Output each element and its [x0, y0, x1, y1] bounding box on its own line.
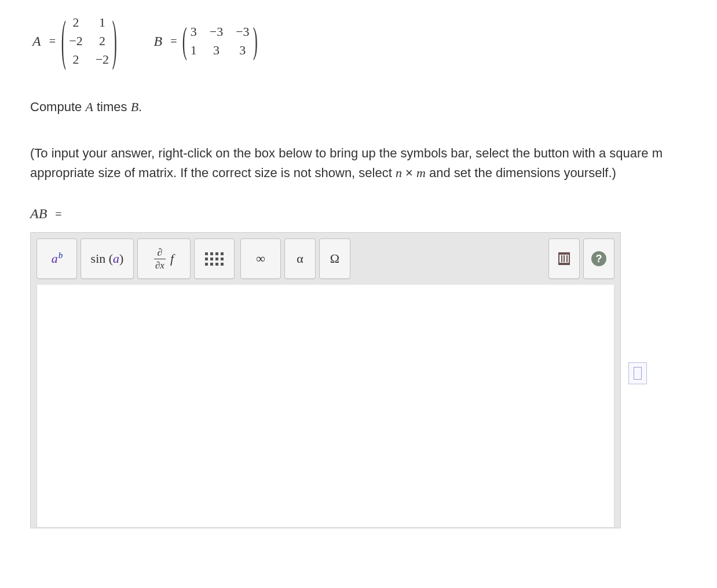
- answer-label: AB=: [30, 206, 717, 222]
- matrix-cell: 2: [69, 15, 82, 30]
- input-instructions: (To input your answer, right-click on th…: [30, 144, 717, 183]
- matrix-cell: 3: [236, 43, 249, 58]
- left-paren-icon: (: [182, 19, 187, 63]
- instructions-text: appropriate size of matrix. If the corre…: [30, 166, 396, 180]
- question-prompt: Compute A times B.: [30, 100, 717, 115]
- matrix-cell: −3: [210, 24, 223, 39]
- exponent-button[interactable]: ab: [36, 238, 77, 279]
- omega-icon: Ω: [330, 251, 339, 266]
- equals-sign: =: [43, 35, 61, 48]
- right-paren-icon: ): [112, 9, 117, 74]
- alpha-icon: α: [297, 251, 303, 266]
- equals-sign: =: [164, 35, 182, 48]
- equals-sign: =: [47, 208, 61, 220]
- greek-lower-button[interactable]: α: [284, 238, 316, 279]
- exponent-icon: ab: [52, 251, 63, 266]
- derivative-icon: ∂ ∂x f: [154, 247, 174, 270]
- editor-toolbar: ab sin (a) ∂ ∂x: [36, 238, 614, 279]
- matrix-cell: −2: [96, 52, 109, 67]
- help-button[interactable]: ?: [583, 238, 614, 279]
- instructions-var-m: m: [416, 166, 426, 180]
- matrix-cell: 1: [96, 15, 109, 30]
- answer-input[interactable]: [36, 285, 614, 528]
- instructions-text: (To input your answer, right-click on th…: [30, 146, 663, 160]
- matrix-cell: 3: [210, 43, 223, 58]
- greek-upper-button[interactable]: Ω: [319, 238, 350, 279]
- sin-icon: sin (a): [91, 251, 124, 266]
- matrix-cell: 2: [96, 34, 109, 49]
- column-button[interactable]: [548, 238, 580, 279]
- matrix-A: A = ( 2 1 −2 2 2 −2 ): [30, 12, 116, 71]
- prompt-var-A: A: [85, 100, 93, 114]
- right-paren-icon: ): [253, 19, 257, 63]
- matrix-B-label: B: [151, 34, 164, 49]
- column-icon: [558, 252, 570, 265]
- times-symbol: ×: [402, 166, 416, 180]
- matrix-definitions: A = ( 2 1 −2 2 2 −2 ) B = ( 3: [30, 12, 717, 71]
- prompt-text: times: [93, 100, 131, 114]
- infinity-icon: ∞: [256, 251, 265, 266]
- preview-icon: [634, 367, 642, 380]
- math-editor: ab sin (a) ∂ ∂x: [30, 232, 621, 528]
- help-icon: ?: [591, 251, 606, 266]
- matrix-grid-icon: [205, 252, 224, 266]
- matrix-cell: −2: [69, 34, 82, 49]
- matrix-A-label: A: [30, 34, 43, 49]
- preview-toggle[interactable]: [628, 362, 647, 384]
- matrix-cell: 2: [69, 52, 82, 67]
- matrix-cell: 1: [191, 43, 197, 58]
- prompt-text: Compute: [30, 100, 85, 114]
- prompt-var-B: B: [131, 100, 138, 114]
- infinity-button[interactable]: ∞: [240, 238, 281, 279]
- trig-button[interactable]: sin (a): [81, 238, 134, 279]
- left-paren-icon: (: [61, 9, 66, 74]
- instructions-text: and set the dimensions yourself.): [426, 166, 616, 180]
- answer-AB: AB: [30, 206, 47, 221]
- matrix-B: B = ( 3 −3 −3 1 3 3 ): [151, 21, 257, 61]
- prompt-text: .: [138, 100, 142, 114]
- matrix-cell: −3: [236, 24, 249, 39]
- instructions-var-n: n: [396, 166, 402, 180]
- matrix-button[interactable]: [194, 238, 235, 279]
- matrix-cell: 3: [191, 24, 197, 39]
- derivative-button[interactable]: ∂ ∂x f: [137, 238, 191, 279]
